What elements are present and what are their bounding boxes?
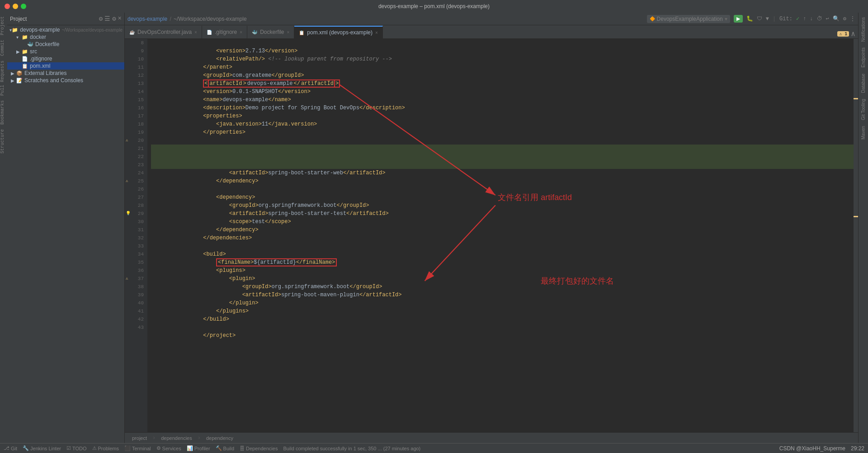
- linenum-33: 33: [125, 242, 147, 250]
- rpanel-endpoints[interactable]: Endpoints: [860, 45, 867, 70]
- linenum-16: 16: [125, 104, 147, 112]
- btab-dependency[interactable]: dependency: [203, 434, 237, 442]
- problems-icon: ⚠: [92, 445, 97, 451]
- run-button[interactable]: ▶: [734, 15, 743, 23]
- linenum-15: 15: [125, 96, 147, 104]
- status-build[interactable]: 🔨 Build: [216, 445, 234, 451]
- tree-item-src[interactable]: ▶ 📁 src: [7, 48, 124, 55]
- sidebar-item-project[interactable]: Project: [0, 14, 7, 37]
- linenum-39: 39: [125, 291, 147, 299]
- jenkins-label: Jenkins Linter: [30, 446, 61, 451]
- minimize-button[interactable]: [13, 4, 18, 9]
- breadcrumb-project[interactable]: devops-example: [127, 16, 167, 22]
- linenum-27: 27: [125, 193, 147, 201]
- tab-dockerfile[interactable]: 🐳 Dockerfile ×: [247, 26, 294, 38]
- sidebar-item-commit[interactable]: Commit: [0, 38, 7, 58]
- close-button[interactable]: [5, 4, 10, 9]
- tab-close-dockerfile[interactable]: ×: [287, 30, 289, 35]
- tab-close-devops[interactable]: ×: [194, 30, 197, 35]
- status-dependencies[interactable]: 🗄 Dependencies: [240, 446, 278, 451]
- linenum-31: 31: [125, 226, 147, 234]
- tab-icon-xml: 📋: [299, 30, 304, 35]
- panel-icon-close[interactable]: ×: [118, 15, 122, 23]
- tree-item-dockerfile[interactable]: 🐳 Dockerfile: [7, 41, 124, 48]
- status-services[interactable]: ⚙ Services: [156, 445, 181, 451]
- code-line-29: <scope>test</scope>: [151, 210, 854, 218]
- status-time: 29:22: [851, 445, 864, 452]
- status-todo[interactable]: ☑ TODO: [66, 445, 87, 451]
- code-line-42: [151, 315, 854, 323]
- more-icon[interactable]: ⋮: [850, 15, 855, 22]
- code-line-39: </plugin>: [151, 291, 854, 299]
- tree-item-gitignore[interactable]: 📄 .gitignore: [7, 55, 124, 62]
- editor: 8 9 10 11 12 13 14 15 16 17 18 19 ⚠ 20 2…: [125, 39, 858, 432]
- rpanel-database[interactable]: Database: [860, 71, 867, 96]
- linenum-10: 10: [125, 55, 147, 63]
- build-label: Build: [223, 446, 234, 451]
- tree-label-gitignore: .gitignore: [30, 56, 52, 62]
- code-line-43: </project>: [151, 323, 854, 332]
- panel-icon-list[interactable]: ☰: [104, 15, 110, 23]
- tab-close-gitignore[interactable]: ×: [240, 30, 242, 35]
- git-status-icon: ⎇: [4, 445, 9, 451]
- settings-icon[interactable]: ⚙: [843, 15, 846, 22]
- sidebar-item-pull-requests[interactable]: Pull Requests: [0, 59, 7, 98]
- rpanel-notifications[interactable]: Notifications: [860, 14, 867, 44]
- status-jenkins[interactable]: 🔧 Jenkins Linter: [23, 445, 61, 451]
- code-content[interactable]: <version>2.7.13</version> <relativePath/…: [147, 39, 854, 340]
- tree-item-scratches[interactable]: ▶ 📝 Scratches and Consoles: [7, 77, 124, 84]
- tab-close-pomxml[interactable]: ×: [375, 30, 378, 35]
- maximize-button[interactable]: [21, 4, 26, 9]
- sidebar-item-bookmarks[interactable]: Bookmarks: [0, 98, 7, 126]
- tab-devopscontroller[interactable]: ☕ DevOpsController.java ×: [125, 26, 202, 38]
- git-check-icon[interactable]: ✓: [796, 15, 799, 22]
- linenum-32: 32: [125, 234, 147, 242]
- tree-item-external-libs[interactable]: ▶ 📦 External Libraries: [7, 70, 124, 77]
- tree-label-src: src: [30, 48, 37, 55]
- tab-pomxml[interactable]: 📋 pom.xml (devops-example) ×: [294, 26, 383, 38]
- rpanel-maven[interactable]: Maven: [860, 123, 867, 142]
- status-terminal[interactable]: ⬛ Terminal: [124, 445, 151, 451]
- linenum-38: 38: [125, 283, 147, 291]
- tree-item-pomxml[interactable]: 📋 pom.xml: [7, 62, 124, 70]
- code-line-44: [151, 332, 854, 340]
- more-run-button[interactable]: ▼: [766, 16, 769, 22]
- linenum-9: 9: [125, 47, 147, 55]
- window-title: devops-example – pom.xml (devops-example…: [378, 3, 490, 9]
- git-push-icon[interactable]: ↑: [803, 16, 806, 22]
- status-right: CSDN @XiaoHH_Superme 29:22: [779, 445, 864, 452]
- code-line-10: </parent>: [151, 55, 854, 63]
- services-label: Services: [162, 446, 181, 451]
- tab-gitignore[interactable]: 📄 .gitignore ×: [202, 26, 247, 38]
- tree-item-devops-example[interactable]: ▾ 📁 devops-example ~/Workspace/devops-ex…: [7, 26, 124, 33]
- linenum-14: 14: [125, 88, 147, 96]
- scrollbar-track[interactable]: [854, 39, 858, 432]
- code-line-35: <plugins>: [151, 258, 854, 266]
- tab-icon-git: 📄: [207, 30, 212, 35]
- git-history-icon[interactable]: ⏱: [817, 15, 822, 22]
- status-profiler[interactable]: 📊 Profiler: [187, 445, 210, 451]
- warn-marker-1: [854, 98, 858, 99]
- sidebar-item-structure[interactable]: Structure: [0, 127, 7, 155]
- tree-label-devops-example: devops-example: [20, 27, 60, 33]
- status-git[interactable]: ⎇ Git: [4, 445, 17, 451]
- run-config-selector[interactable]: 🔶 DevopsExampleApplication ▾: [647, 15, 730, 23]
- git-revert-icon[interactable]: ↩: [826, 15, 829, 22]
- collapse-button[interactable]: ∧: [851, 29, 855, 38]
- main-layout: Project Commit Pull Requests Bookmarks S…: [0, 13, 868, 443]
- debug-button[interactable]: 🐛: [746, 15, 753, 22]
- status-problems[interactable]: ⚠ Problems: [92, 445, 119, 451]
- code-line-36: <plugin>: [151, 266, 854, 275]
- search-icon[interactable]: 🔍: [833, 15, 840, 22]
- tree-item-docker[interactable]: ▾ 📁 docker: [7, 33, 124, 41]
- titlebar: devops-example – pom.xml (devops-example…: [0, 0, 868, 13]
- panel-icon-gear[interactable]: ⚙: [112, 15, 116, 23]
- rpanel-git[interactable]: Git Tooling: [860, 96, 867, 123]
- panel-icon-cog[interactable]: ⚙: [99, 15, 103, 23]
- btab-dependencies[interactable]: dependencies: [157, 434, 196, 442]
- coverage-button[interactable]: 🛡: [757, 15, 762, 22]
- profiler-label: Profiler: [194, 446, 210, 451]
- btab-project[interactable]: project: [128, 434, 151, 442]
- linenum-24: 24: [125, 169, 147, 177]
- git-pull-icon[interactable]: ↓: [810, 16, 813, 22]
